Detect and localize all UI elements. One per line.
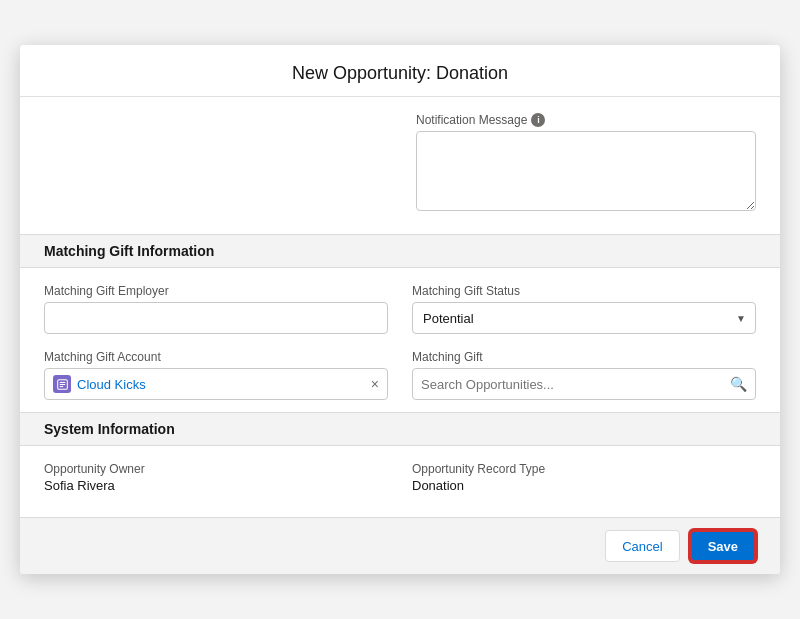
notification-textarea[interactable] — [416, 131, 756, 211]
info-icon[interactable]: i — [531, 113, 545, 127]
owner-label: Opportunity Owner — [44, 462, 388, 476]
modal-container: New Opportunity: Donation Notification M… — [20, 45, 780, 574]
system-title: System Information — [44, 421, 756, 437]
notification-label: Notification Message i — [416, 113, 756, 127]
modal-body: Notification Message i Matching Gift Inf… — [20, 97, 780, 517]
gift-label: Matching Gift — [412, 350, 756, 364]
record-type-field: Opportunity Record Type Donation — [412, 462, 756, 493]
owner-value: Sofia Rivera — [44, 478, 388, 493]
status-select[interactable]: Potential Submitted Received — [412, 302, 756, 334]
system-info: Opportunity Owner Sofia Rivera Opportuni… — [44, 462, 756, 493]
modal-header: New Opportunity: Donation — [20, 45, 780, 97]
employer-field: Matching Gift Employer — [44, 284, 388, 334]
search-icon[interactable]: 🔍 — [730, 376, 747, 392]
gift-search-input[interactable] — [421, 377, 730, 392]
notification-right: Notification Message i — [44, 113, 756, 214]
status-field: Matching Gift Status Potential Submitted… — [412, 284, 756, 334]
account-lookup[interactable]: Cloud Kicks × — [44, 368, 388, 400]
matching-gift-form: Matching Gift Employer Matching Gift Sta… — [44, 284, 756, 400]
employer-input[interactable] — [44, 302, 388, 334]
account-field: Matching Gift Account Cloud Kicks × — [44, 350, 388, 400]
clear-account-icon[interactable]: × — [371, 377, 379, 391]
owner-field: Opportunity Owner Sofia Rivera — [44, 462, 388, 493]
gift-search[interactable]: 🔍 — [412, 368, 756, 400]
modal-footer: Cancel Save — [20, 517, 780, 574]
notification-block: Notification Message i — [416, 113, 756, 214]
matching-gift-title: Matching Gift Information — [44, 243, 756, 259]
matching-gift-section-header: Matching Gift Information — [20, 234, 780, 268]
modal-title: New Opportunity: Donation — [44, 63, 756, 84]
notification-section: Notification Message i — [44, 97, 756, 222]
cancel-button[interactable]: Cancel — [605, 530, 679, 562]
status-select-wrapper: Potential Submitted Received ▼ — [412, 302, 756, 334]
record-type-label: Opportunity Record Type — [412, 462, 756, 476]
gift-field: Matching Gift 🔍 — [412, 350, 756, 400]
account-svg-icon — [57, 379, 68, 390]
account-value: Cloud Kicks — [77, 377, 365, 392]
employer-label: Matching Gift Employer — [44, 284, 388, 298]
system-section-header: System Information — [20, 412, 780, 446]
save-button[interactable]: Save — [690, 530, 756, 562]
account-label: Matching Gift Account — [44, 350, 388, 364]
record-type-value: Donation — [412, 478, 756, 493]
account-icon — [53, 375, 71, 393]
status-label: Matching Gift Status — [412, 284, 756, 298]
